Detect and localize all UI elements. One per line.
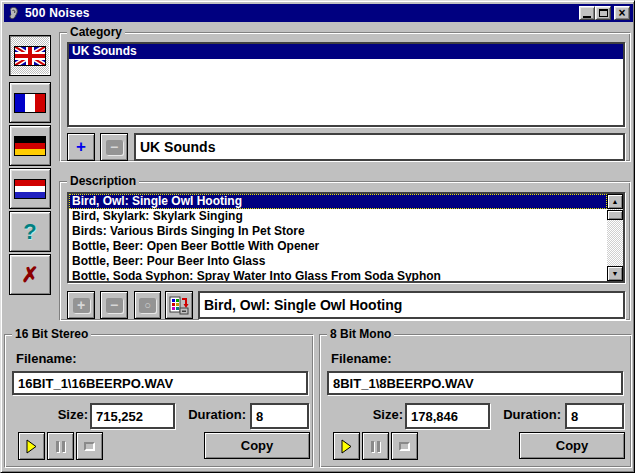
minimize-button[interactable]: [579, 6, 595, 20]
description-list[interactable]: Bird, Owl: Single Owl Hooting Bird, Skyl…: [67, 192, 625, 283]
category-add-button[interactable]: +: [67, 133, 95, 161]
mono8-play-button[interactable]: [333, 432, 360, 460]
stereo16-stop-button[interactable]: [76, 432, 103, 460]
help-icon: ?: [23, 219, 36, 245]
play-icon: [341, 439, 352, 454]
stereo16-play-button[interactable]: [18, 432, 45, 460]
exit-button[interactable]: ✗: [9, 254, 51, 295]
stereo16-pause-button[interactable]: [47, 432, 74, 460]
exit-icon: ✗: [21, 263, 39, 287]
category-list-item[interactable]: UK Sounds: [69, 44, 623, 59]
circle-icon: ○: [139, 298, 156, 313]
maximize-icon: [599, 9, 608, 17]
description-record-button[interactable]: ○: [134, 291, 161, 319]
category-remove-button[interactable]: −: [100, 133, 128, 161]
mono8-group-label: 8 Bit Mono: [327, 327, 394, 341]
minus-icon: −: [106, 140, 123, 155]
description-group-label: Description: [67, 174, 139, 188]
copy-button-label: Copy: [241, 438, 274, 453]
france-flag-icon: [14, 93, 46, 113]
stereo16-filename-input[interactable]: [12, 371, 308, 395]
duration-label: Duration:: [182, 407, 246, 422]
category-list[interactable]: UK Sounds: [67, 42, 625, 127]
mono8-group: 8 Bit Mono Filename: Size: Duration: Cop…: [319, 334, 632, 468]
mono8-size-input[interactable]: [405, 403, 490, 429]
duration-label: Duration:: [497, 407, 561, 422]
stereo16-group: 16 Bit Stereo Filename: Size: Duration: …: [4, 334, 314, 468]
uk-flag-icon: [14, 46, 46, 66]
close-icon: ×: [618, 8, 625, 18]
filename-label: Filename:: [331, 351, 392, 366]
mono8-duration-input[interactable]: [565, 403, 624, 429]
category-group: Category UK Sounds + −: [59, 32, 631, 162]
description-list-item[interactable]: Bottle, Soda Syphon: Spray Water Into Gl…: [69, 269, 607, 283]
description-list-item[interactable]: Bird, Skylark: Skylark Singing: [69, 209, 607, 224]
language-button-netherlands[interactable]: [9, 168, 51, 209]
scroll-up-button[interactable]: ▲: [607, 194, 623, 209]
arrow-up-icon: ▲: [612, 198, 619, 205]
close-button[interactable]: ×: [614, 6, 630, 20]
stereo16-group-label: 16 Bit Stereo: [12, 327, 91, 341]
play-icon: [26, 439, 37, 454]
description-organize-button[interactable]: [165, 291, 193, 319]
scroll-thumb[interactable]: [607, 210, 623, 220]
description-group: Description Bird, Owl: Single Owl Hootin…: [59, 181, 631, 321]
description-list-item[interactable]: Bottle, Beer: Open Beer Bottle With Open…: [69, 239, 607, 254]
description-remove-button[interactable]: −: [100, 291, 128, 319]
plus-icon: +: [76, 140, 86, 154]
ear-icon[interactable]: [6, 6, 21, 21]
arrow-down-icon: ▼: [612, 270, 619, 277]
description-scrollbar[interactable]: ▲ ▼: [607, 194, 623, 281]
minimize-icon: [583, 16, 591, 18]
copy-button-label: Copy: [556, 438, 589, 453]
maximize-button[interactable]: [595, 6, 611, 20]
stop-icon: [84, 442, 95, 451]
description-list-item[interactable]: Bird, Owl: Single Owl Hooting: [69, 194, 607, 209]
app-window: 500 Noises ×: [0, 0, 635, 473]
organize-list-icon: [169, 296, 189, 315]
plus-icon: +: [73, 298, 90, 313]
scroll-down-button[interactable]: ▼: [607, 266, 623, 281]
minus-icon: −: [106, 298, 123, 313]
category-name-input[interactable]: [134, 133, 625, 161]
language-button-uk[interactable]: [9, 35, 51, 76]
category-group-label: Category: [67, 25, 125, 39]
filename-label: Filename:: [16, 351, 77, 366]
description-add-button[interactable]: +: [67, 291, 95, 319]
stereo16-copy-button[interactable]: Copy: [204, 432, 310, 459]
mono8-copy-button[interactable]: Copy: [519, 432, 625, 459]
pause-icon: [56, 441, 65, 452]
language-button-france[interactable]: [9, 82, 51, 123]
mono8-stop-button[interactable]: [391, 432, 418, 460]
pause-icon: [371, 441, 380, 452]
window-title: 500 Noises: [25, 6, 90, 20]
titlebar: 500 Noises: [4, 4, 633, 22]
size-label: Size:: [355, 407, 403, 422]
germany-flag-icon: [14, 136, 46, 156]
description-list-item[interactable]: Birds: Various Birds Singing In Pet Stor…: [69, 224, 607, 239]
netherlands-flag-icon: [14, 179, 46, 199]
mono8-filename-input[interactable]: [327, 371, 623, 395]
stereo16-duration-input[interactable]: [250, 403, 309, 429]
help-button[interactable]: ?: [9, 211, 51, 252]
description-list-item[interactable]: Bottle, Beer: Pour Beer Into Glass: [69, 254, 607, 269]
stereo16-size-input[interactable]: [90, 403, 175, 429]
language-button-germany[interactable]: [9, 125, 51, 166]
size-label: Size:: [40, 407, 88, 422]
mono8-pause-button[interactable]: [362, 432, 389, 460]
stop-icon: [399, 442, 410, 451]
description-name-input[interactable]: [198, 291, 625, 319]
